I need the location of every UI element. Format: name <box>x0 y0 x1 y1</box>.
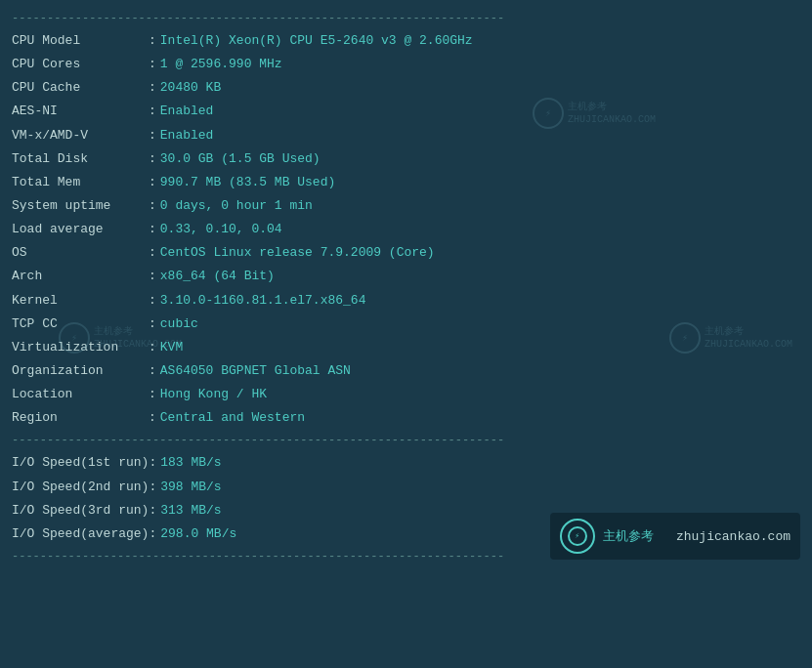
row-colon: : <box>149 196 156 216</box>
info-row: Region : Central and Western <box>12 406 800 430</box>
row-colon: : <box>149 291 156 311</box>
row-value: KVM <box>160 338 183 357</box>
io-label: I/O Speed(1st run) <box>12 453 149 473</box>
row-label: System uptime <box>12 196 149 216</box>
row-colon: : <box>149 173 156 192</box>
info-row: OS : CentOS Linux release 7.9.2009 (Core… <box>12 241 800 265</box>
info-row: CPU Cores : 1 @ 2596.990 MHz <box>12 53 800 76</box>
row-label: Location <box>12 385 149 404</box>
row-label: Arch <box>12 267 149 286</box>
row-colon: : <box>149 31 156 51</box>
row-value: Hong Kong / HK <box>160 385 267 404</box>
row-value: 30.0 GB (1.5 GB Used) <box>160 149 321 169</box>
row-label: CPU Cores <box>12 55 149 74</box>
row-value: 20480 KB <box>160 78 221 98</box>
row-colon: : <box>149 55 156 74</box>
row-colon: : <box>149 243 156 263</box>
io-value: 298.0 MB/s <box>160 524 236 544</box>
info-row: TCP CC : cubic <box>12 313 800 336</box>
info-row: Virtualization : KVM <box>12 336 800 359</box>
row-label: TCP CC <box>12 314 149 334</box>
io-row: I/O Speed(2nd run) : 398 MB/s <box>12 476 800 499</box>
row-value: Intel(R) Xeon(R) CPU E5-2640 v3 @ 2.60GH… <box>160 31 473 51</box>
io-value: 183 MB/s <box>160 453 221 473</box>
row-colon: : <box>149 220 156 239</box>
row-colon: : <box>149 78 156 98</box>
row-value: AS64050 BGPNET Global ASN <box>160 361 351 381</box>
row-label: Organization <box>12 361 149 381</box>
row-colon: : <box>149 385 156 404</box>
logo-label: 主机参考 zhujicankao.com <box>603 527 791 545</box>
info-section: CPU Model : Intel(R) Xeon(R) CPU E5-2640… <box>12 29 800 430</box>
info-row: Total Disk : 30.0 GB (1.5 GB Used) <box>12 147 800 171</box>
row-value: 3.10.0-1160.81.1.el7.x86_64 <box>160 291 366 311</box>
bottom-logo: ⚡ 主机参考 zhujicankao.com <box>550 513 800 560</box>
row-label: Kernel <box>12 291 149 311</box>
row-label: Virtualization <box>12 338 149 357</box>
row-colon: : <box>149 338 156 357</box>
io-label: I/O Speed(3rd run) <box>12 501 149 521</box>
io-colon: : <box>149 453 156 473</box>
io-row: I/O Speed(1st run) : 183 MB/s <box>12 451 800 475</box>
row-colon: : <box>149 267 156 286</box>
row-label: CPU Model <box>12 31 149 51</box>
io-value: 398 MB/s <box>160 478 221 497</box>
io-colon: : <box>149 524 156 544</box>
io-label: I/O Speed(average) <box>12 524 149 544</box>
logo-inner-icon: ⚡ <box>568 526 587 546</box>
row-value: 0 days, 0 hour 1 min <box>160 196 313 216</box>
io-colon: : <box>149 478 156 497</box>
row-colon: : <box>149 102 156 121</box>
io-value: 313 MB/s <box>160 501 221 521</box>
io-label: I/O Speed(2nd run) <box>12 478 149 497</box>
row-value: Enabled <box>160 102 214 121</box>
info-row: CPU Cache : 20480 KB <box>12 76 800 100</box>
row-value: 990.7 MB (83.5 MB Used) <box>160 173 335 192</box>
info-row: VM-x/AMD-V : Enabled <box>12 124 800 147</box>
info-row: Organization : AS64050 BGPNET Global ASN <box>12 359 800 383</box>
row-value: x86_64 (64 Bit) <box>160 267 275 286</box>
row-label: Load average <box>12 220 149 239</box>
info-row: Arch : x86_64 (64 Bit) <box>12 265 800 288</box>
info-row: AES-NI : Enabled <box>12 100 800 123</box>
row-value: 1 @ 2596.990 MHz <box>160 55 282 74</box>
row-label: Total Mem <box>12 173 149 192</box>
row-label: Total Disk <box>12 149 149 169</box>
row-value: cubic <box>160 314 198 334</box>
row-value: Enabled <box>160 126 214 146</box>
row-label: AES-NI <box>12 102 149 121</box>
main-container: ----------------------------------------… <box>0 0 812 575</box>
info-row: Kernel : 3.10.0-1160.81.1.el7.x86_64 <box>12 289 800 313</box>
top-divider: ----------------------------------------… <box>12 12 800 25</box>
middle-divider: ----------------------------------------… <box>12 434 800 447</box>
info-row: Location : Hong Kong / HK <box>12 383 800 406</box>
row-value: CentOS Linux release 7.9.2009 (Core) <box>160 243 435 263</box>
row-label: OS <box>12 243 149 263</box>
io-colon: : <box>149 501 156 521</box>
row-colon: : <box>149 361 156 381</box>
logo-circle-icon: ⚡ <box>560 519 595 554</box>
row-value: 0.33, 0.10, 0.04 <box>160 220 282 239</box>
row-colon: : <box>149 126 156 146</box>
row-colon: : <box>149 149 156 169</box>
row-colon: : <box>149 408 156 428</box>
row-colon: : <box>149 314 156 334</box>
row-label: VM-x/AMD-V <box>12 126 149 146</box>
row-label: Region <box>12 408 149 428</box>
row-value: Central and Western <box>160 408 305 428</box>
info-row: Total Mem : 990.7 MB (83.5 MB Used) <box>12 171 800 194</box>
row-label: CPU Cache <box>12 78 149 98</box>
info-row: System uptime : 0 days, 0 hour 1 min <box>12 194 800 218</box>
info-row: Load average : 0.33, 0.10, 0.04 <box>12 218 800 241</box>
info-row: CPU Model : Intel(R) Xeon(R) CPU E5-2640… <box>12 29 800 53</box>
